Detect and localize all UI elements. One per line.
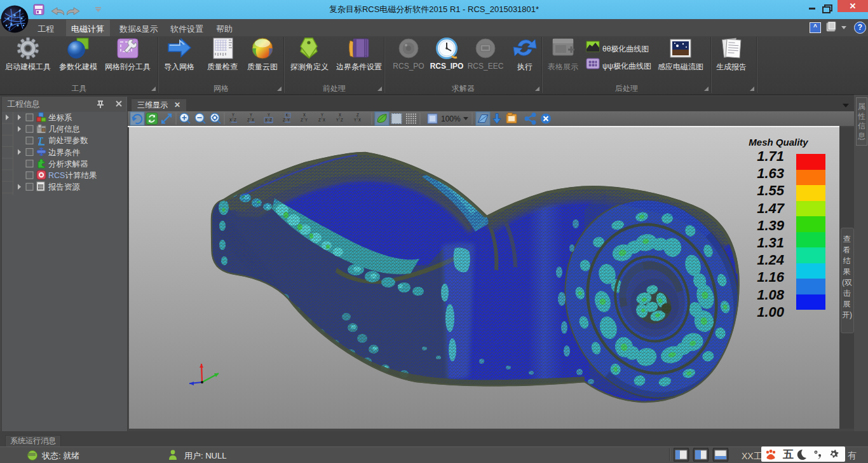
svg-text:Y: Y	[354, 118, 356, 123]
svg-text:几何信息: 几何信息	[48, 125, 80, 134]
svg-text:Z: Z	[318, 118, 321, 123]
svg-text:Y: Y	[250, 113, 252, 118]
svg-text:X: X	[358, 118, 361, 123]
svg-text:报告资源: 报告资源	[48, 183, 81, 191]
svg-text:坐标系: 坐标系	[48, 113, 72, 122]
svg-text:Z: Z	[341, 118, 343, 123]
svg-text:前处理参数: 前处理参数	[48, 136, 88, 145]
svg-text:Y: Y	[305, 118, 308, 123]
svg-text:X: X	[303, 113, 306, 118]
svg-text:边界条件: 边界条件	[48, 148, 81, 157]
svg-text:100%: 100%	[441, 114, 461, 123]
svg-text:五: 五	[782, 448, 794, 460]
svg-text:Y: Y	[268, 113, 270, 118]
svg-text:RCS计算结果: RCS计算结果	[48, 171, 97, 180]
svg-text:X: X	[339, 113, 341, 118]
svg-text:Z: Z	[356, 113, 359, 118]
svg-text:Y: Y	[336, 118, 339, 123]
svg-text:X: X	[323, 118, 325, 123]
svg-text:X: X	[285, 113, 288, 118]
svg-text:Z: Z	[301, 118, 303, 123]
svg-text:分析求解器: 分析求解器	[48, 160, 88, 169]
svg-text:Y: Y	[321, 113, 323, 118]
svg-text:Y: Y	[232, 113, 234, 118]
